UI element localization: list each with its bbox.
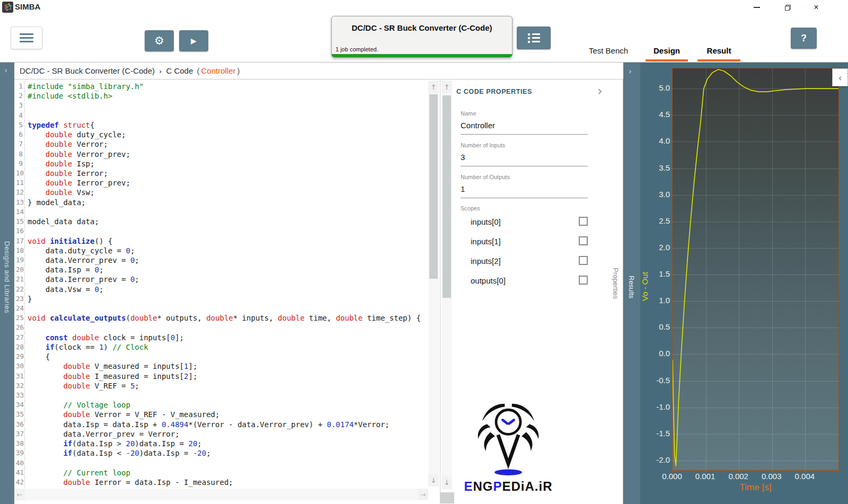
y-tick-mark	[670, 274, 672, 275]
tab-design[interactable]: Design	[646, 44, 688, 61]
y-tick-mark	[670, 221, 672, 222]
breadcrumb-design[interactable]: DC/DC - SR Buck Converter (C-Code)	[20, 66, 155, 75]
code-line: 34 // Voltage loop	[16, 400, 421, 410]
y-tick-mark	[670, 88, 672, 89]
line-number: 15	[16, 217, 25, 226]
gridline	[772, 68, 773, 470]
simba-logo-icon	[2, 2, 13, 15]
code-vertical-scrollbar[interactable]: ↑ ↓	[428, 81, 439, 487]
code-token: ;	[206, 449, 210, 457]
breadcrumb-page: C Code	[166, 66, 193, 75]
code-token	[28, 382, 63, 390]
code-line: 11 double Ierror_prev;	[16, 178, 421, 188]
outputs-field: Number of Outputs 1	[461, 174, 588, 198]
code-text: data.Isp = data.Isp + 0.4894*(Verror - d…	[28, 420, 390, 429]
breadcrumb-paren: )	[237, 66, 240, 75]
scrollbar-thumb[interactable]	[429, 94, 438, 279]
code-token: #include "simba_library.h"	[28, 82, 144, 91]
scrollbar-thumb[interactable]	[443, 95, 451, 298]
results-tab[interactable]: Results	[628, 276, 635, 298]
breadcrumb-controller-name: Controller	[201, 66, 235, 75]
code-token: // Clock	[112, 343, 148, 351]
y-tick-label: -1.0	[648, 402, 670, 411]
main-menu-button[interactable]	[11, 26, 42, 49]
code-token: (clock ==	[55, 343, 99, 351]
line-number: 29	[16, 352, 25, 361]
gridline	[673, 89, 838, 89]
code-text: double I_measured = inputs[2];	[28, 372, 197, 381]
scroll-down-icon[interactable]: ↓	[428, 474, 439, 487]
code-token: ];	[188, 372, 197, 381]
waveform-line	[673, 68, 838, 470]
minimize-button[interactable]	[746, 0, 767, 15]
scroll-right-icon[interactable]: →	[418, 489, 428, 500]
job-list-button[interactable]	[517, 26, 551, 49]
x-tick-mark	[738, 471, 739, 473]
x-tick-label: 0.001	[691, 472, 720, 481]
run-simulation-button[interactable]: ▶	[179, 30, 208, 51]
line-number: 14	[16, 207, 25, 217]
y-tick-label: 0.0	[648, 349, 670, 358]
code-line: 22 data.Vsw = 0;	[16, 285, 421, 294]
collapse-properties-icon[interactable]: ›	[597, 84, 603, 99]
scroll-left-icon[interactable]: ←	[14, 489, 25, 500]
code-token: Verror = V_REF - V_measured;	[90, 410, 219, 419]
line-number: 9	[16, 159, 25, 169]
collapse-chart-button[interactable]: ‹	[832, 68, 848, 86]
code-token: )	[103, 343, 112, 351]
job-status-card[interactable]: DC/DC - SR Buck Converter (C-Code) 1 job…	[331, 16, 513, 58]
code-line: 1#include "simba_library.h"	[16, 82, 421, 91]
code-token: struct	[63, 121, 90, 129]
restore-button[interactable]	[777, 0, 798, 15]
line-number: 27	[16, 333, 25, 342]
name-input[interactable]: Controller	[461, 118, 588, 135]
scroll-up-icon[interactable]: ↑	[441, 81, 452, 93]
expand-results-icon[interactable]: ›	[629, 67, 632, 76]
line-number: 39	[16, 448, 25, 458]
code-token: double	[63, 372, 90, 381]
code-token	[28, 478, 63, 487]
scope-checkbox[interactable]	[579, 236, 588, 245]
code-token: ;	[130, 246, 135, 255]
gridline	[673, 115, 838, 116]
designs-libraries-strip[interactable]: › Designs and Libraries	[0, 63, 14, 504]
code-text: double duty_cycle;	[28, 130, 126, 139]
result-chart: 5.04.54.03.53.02.52.01.51.00.50.0-0.5-1.…	[640, 63, 848, 504]
engpedia-watermark: ENGPEDiA.iR	[450, 401, 567, 494]
scope-row: inputs[0]	[471, 216, 588, 232]
code-token: data.duty_cycle =	[28, 246, 126, 255]
scope-checkbox[interactable]	[579, 256, 588, 265]
code-token	[28, 372, 63, 381]
code-token: time,	[305, 314, 336, 322]
code-line: 37 data.Verror_prev = Verror;	[16, 429, 421, 439]
code-horizontal-scrollbar[interactable]: ← →	[14, 489, 428, 500]
y-tick-label: -1.5	[648, 429, 670, 438]
scope-checkbox[interactable]	[579, 217, 588, 226]
y-tick-mark	[670, 434, 672, 434]
tab-test-bench[interactable]: Test Bench	[586, 44, 631, 61]
plot-area[interactable]	[672, 68, 839, 471]
gridline	[673, 328, 838, 328]
inputs-count-input[interactable]: 3	[461, 149, 588, 166]
tab-result[interactable]: Result	[697, 44, 740, 61]
code-editor[interactable]: 1#include "simba_library.h"2#include <st…	[14, 79, 440, 504]
close-button[interactable]: ×	[806, 0, 827, 15]
properties-tab[interactable]: Properties	[612, 268, 620, 299]
scope-checkbox[interactable]	[579, 276, 588, 285]
code-token: {	[90, 121, 94, 129]
outputs-count-input[interactable]: 1	[461, 181, 588, 198]
code-token	[28, 468, 63, 477]
chevron-left-icon: ‹	[838, 72, 842, 83]
designs-libraries-label[interactable]: Designs and Libraries	[3, 241, 11, 313]
expand-designs-icon[interactable]: ›	[4, 66, 7, 75]
results-strip[interactable]: › Results	[623, 63, 640, 504]
code-token	[28, 401, 63, 409]
settings-button[interactable]: ⚙	[145, 30, 174, 51]
code-token: double	[72, 333, 99, 342]
code-line: 8 double Verror_prev;	[16, 149, 421, 159]
code-token: // Voltage loop	[63, 401, 130, 409]
scrollbar-thumb[interactable]	[440, 492, 454, 503]
help-button[interactable]: ?	[791, 28, 817, 49]
code-text: data.Ierror_prev = 0;	[28, 275, 139, 284]
scroll-up-icon[interactable]: ↑	[428, 81, 439, 93]
